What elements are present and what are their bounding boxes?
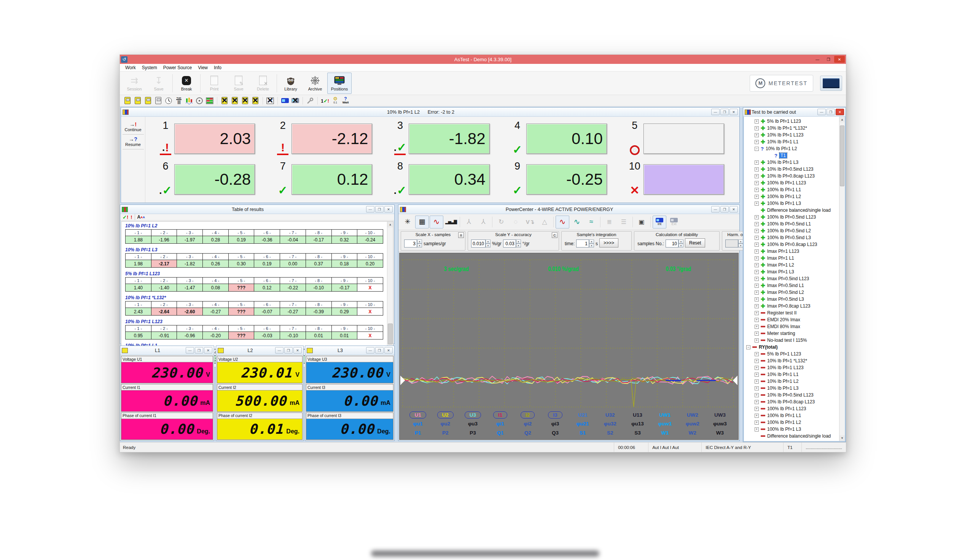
tree-expander-icon[interactable]: + — [754, 133, 759, 137]
tree-expander-icon[interactable]: + — [754, 270, 759, 274]
tree-item[interactable]: +✚10% Ib Pf=1 L3 — [745, 159, 839, 166]
legend-P1[interactable]: P1 — [415, 430, 421, 436]
tree-item[interactable]: −RY(total) — [745, 344, 839, 350]
legend-φu3[interactable]: φu3 — [468, 421, 478, 427]
tree-expander-icon[interactable]: + — [754, 325, 759, 329]
legend-φu21[interactable]: φu21 — [577, 421, 589, 427]
powercenter-restore-button[interactable]: ❐ — [720, 206, 729, 213]
legend-P2[interactable]: P2 — [442, 430, 449, 436]
tree-item[interactable]: +✚10% Ib Pf=1 *L132* — [745, 125, 839, 132]
scale-x-mode-button[interactable]: II — [458, 232, 464, 238]
tree-item[interactable]: +✚Imax Pf=0.5ind L123 — [745, 275, 839, 282]
tree-item[interactable]: +✚10% Ib Pf=1 L123 — [745, 132, 839, 138]
source-meter-3-icon[interactable] — [144, 96, 152, 105]
accuracy-per-grad-spinner[interactable]: 0.010 ▲▼ — [471, 240, 490, 247]
meter-off-3-icon[interactable]: ✕ — [241, 96, 250, 105]
samples-per-grad-spinner[interactable]: 3 ▲▼ — [404, 240, 422, 247]
source-meter-small-icon[interactable] — [154, 96, 163, 105]
show-passed-icon[interactable]: ✓! — [122, 214, 128, 220]
tree-item[interactable]: +✚Imax Pf=0.8cap L123 — [745, 303, 839, 310]
tree-scroll-up-icon[interactable]: ▲ — [840, 117, 845, 122]
tree-expander-icon[interactable]: + — [754, 297, 759, 302]
tree-item[interactable]: +✚100% Ib Pf=0.5ind L123 — [745, 214, 839, 220]
source-meter-1-icon[interactable] — [123, 96, 132, 105]
legend-φuw3[interactable]: φuw3 — [713, 421, 727, 427]
clock-icon[interactable] — [164, 96, 173, 105]
legend-Q1[interactable]: Q1 — [497, 430, 504, 436]
menu-system[interactable]: System — [139, 64, 160, 71]
results-minimize-button[interactable]: — — [366, 206, 375, 213]
tree-expander-icon[interactable]: + — [754, 283, 759, 288]
legend-U13[interactable]: U13 — [633, 412, 642, 418]
harmonics-icon[interactable] — [184, 96, 194, 105]
meter-window-header[interactable]: L2—❐✕ — [216, 346, 303, 355]
target-icon[interactable] — [195, 96, 204, 105]
tree-expander-icon[interactable]: + — [754, 400, 759, 404]
tree-item[interactable]: +10% Ib Pf=1 L2 — [745, 378, 839, 385]
tree-expander-icon[interactable]: + — [754, 379, 759, 383]
positions-close-button[interactable]: ✕ — [729, 109, 738, 115]
tree-item[interactable]: +EMDI 20% Imax — [745, 316, 839, 323]
tree-item[interactable]: +Register test II — [745, 310, 839, 316]
meter-close-button[interactable]: ✕ — [385, 347, 393, 353]
tree-item[interactable]: +✚Imax Pf=0.5ind L3 — [745, 296, 839, 303]
meter-minimize-button[interactable]: — — [275, 347, 284, 353]
results-restore-button[interactable]: ❐ — [375, 206, 384, 213]
tree-expander-icon[interactable]: − — [754, 147, 759, 151]
tree-expander-icon[interactable]: + — [754, 359, 759, 363]
tree-item[interactable]: +✚10% Ib Pf=1 L1 — [745, 138, 839, 145]
int-button[interactable]: Int — [652, 215, 666, 228]
tree-item[interactable]: ✚Difference balanced/single load — [745, 207, 839, 214]
tree-expander-icon[interactable]: + — [754, 140, 759, 144]
stability-samples-spinner[interactable]: 10 ▲▼ — [666, 240, 684, 247]
axes-icon[interactable]: ✳ — [401, 215, 415, 228]
tree-expander-icon[interactable]: + — [754, 352, 759, 356]
tree-item[interactable]: +10% Ib Pf=1 *L132* — [745, 357, 839, 364]
results-window-header[interactable]: Table of results — ❐ ✕ — [120, 205, 394, 214]
tree-expander-icon[interactable]: + — [754, 119, 759, 123]
stability-wave-icon[interactable]: ∿ — [555, 215, 569, 228]
tree-item[interactable]: +✚100% Ib Pf=1 L3 — [745, 200, 839, 207]
tree-expander-icon[interactable]: + — [754, 126, 759, 130]
tree-expander-icon[interactable]: + — [754, 202, 759, 206]
tree-expander-icon[interactable]: + — [754, 263, 759, 267]
thd-icon[interactable]: THD||||| — [174, 96, 184, 105]
tree-expander-icon[interactable]: + — [754, 304, 759, 308]
legend-I3[interactable]: I3 — [548, 412, 562, 418]
integration-time-spinner[interactable]: 1 ▲▼ — [576, 240, 594, 247]
tree-expander-icon[interactable]: + — [754, 413, 759, 418]
display-panel-icon[interactable] — [281, 96, 289, 105]
meter-off-1-icon[interactable]: ✕ — [220, 96, 229, 105]
legend-UW1[interactable]: UW1 — [659, 412, 671, 418]
legend-φu1[interactable]: φu1 — [413, 421, 422, 427]
tree-minimize-button[interactable]: — — [818, 109, 826, 115]
waveform-icon[interactable]: ∿ — [430, 215, 443, 228]
legend-U2[interactable]: U2 — [437, 412, 453, 418]
legend-UW2[interactable]: UW2 — [687, 412, 698, 418]
legend-S2[interactable]: S2 — [607, 430, 614, 436]
tree-expander-icon[interactable]: + — [754, 373, 759, 377]
legend-S1[interactable]: S1 — [580, 430, 586, 436]
degrees-per-grad-spinner[interactable]: 0.03 ▲▼ — [503, 240, 521, 247]
legend-φuw1[interactable]: φuw1 — [658, 421, 672, 427]
continue-button[interactable]: →! Continue — [122, 120, 144, 135]
positions-button[interactable]: Positions — [327, 73, 351, 94]
tree-item[interactable]: +10% Ib Pf=1 L123 — [745, 364, 839, 371]
legend-φi3[interactable]: φi3 — [551, 421, 559, 427]
tree-close-button[interactable]: ✕ — [836, 109, 844, 115]
tree-expander-icon[interactable]: + — [754, 420, 759, 425]
wait-icon[interactable]: ?Wait — [341, 96, 350, 105]
legend-φu32[interactable]: φu32 — [604, 421, 617, 427]
wrench-icon[interactable] — [306, 96, 315, 105]
results-scrollbar[interactable]: ▲ ▼ — [387, 222, 393, 367]
tree-item[interactable]: +10% Ib Pf=1 L3 — [745, 385, 839, 392]
tree-scroll-down-icon[interactable]: ▼ — [840, 435, 845, 441]
tree-item[interactable]: +✚Imax Pf=1 L1 — [745, 255, 839, 262]
positions-grid-icon[interactable] — [205, 96, 214, 105]
tree-item[interactable]: +No-load test I 115% — [745, 337, 839, 344]
legend-Q3[interactable]: Q3 — [552, 430, 559, 436]
legend-I2[interactable]: I2 — [520, 412, 535, 418]
tree-item[interactable]: +100% Ib Pf=1 L2 — [745, 419, 839, 426]
legend-φuw2[interactable]: φuw2 — [686, 421, 699, 427]
legend-S3[interactable]: S3 — [634, 430, 641, 436]
